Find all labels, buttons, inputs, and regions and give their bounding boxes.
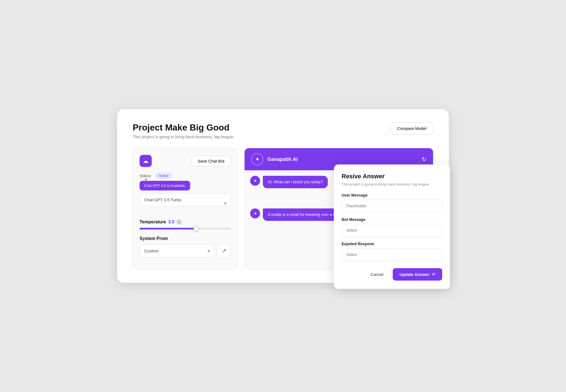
bot-message-input[interactable] bbox=[342, 224, 442, 237]
expected-response-label: Expeted Respone bbox=[342, 242, 442, 246]
right-panel-title: Resive Answer bbox=[342, 173, 442, 180]
left-panel: ☁ Save Chat Bot Status: Active Chat GPT … bbox=[133, 148, 238, 270]
cloud-icon: ☁ bbox=[140, 155, 152, 167]
system-prom-row: Custom ▾ ↗ bbox=[140, 244, 231, 258]
bot-bubble-1: Hi, What can i assist you today? bbox=[263, 176, 328, 188]
save-chatbot-button[interactable]: Save Chat Bot bbox=[191, 156, 231, 166]
link-icon: ↗ bbox=[222, 247, 226, 254]
system-prom-dropdown-wrapper: Custom ▾ bbox=[140, 244, 214, 257]
bot-avatar-icon-2: ✦ bbox=[250, 208, 260, 218]
cursor-icon: ☞ bbox=[432, 272, 436, 277]
model-select[interactable]: Chat GPT 3.5 Turbo bbox=[140, 193, 231, 206]
temperature-info-icon[interactable]: i bbox=[177, 219, 182, 224]
page-subtitle: This project is going to bring back busi… bbox=[133, 134, 235, 139]
tooltip-popup: Chat GPT 4.0 is Available. bbox=[140, 181, 190, 190]
header-text: Project Make Big Good This project is go… bbox=[133, 122, 235, 139]
update-answer-button[interactable]: Update Answer ☞ bbox=[393, 268, 442, 281]
temperature-slider-track[interactable] bbox=[140, 228, 231, 229]
temperature-value: 3.0 bbox=[168, 219, 174, 224]
chat-bot-avatar-icon: ✦ bbox=[251, 153, 263, 165]
system-prom-link-button[interactable]: ↗ bbox=[217, 244, 231, 258]
user-message-input[interactable] bbox=[342, 200, 442, 212]
system-prom-select[interactable]: Custom bbox=[140, 244, 214, 257]
system-prom-label: System Prom bbox=[140, 236, 231, 241]
model-dropdown-wrapper: Chat GPT 3.5 Turbo ▾ bbox=[140, 193, 231, 213]
system-prom-section: System Prom Custom ▾ ↗ bbox=[140, 236, 231, 258]
chat-header-left: ✦ Ganapatih AI bbox=[251, 153, 298, 165]
user-message-label: User Message bbox=[342, 193, 442, 197]
bot-avatar-icon-1: ✦ bbox=[250, 176, 260, 186]
action-row: Cancel Update Answer ☞ bbox=[342, 268, 442, 281]
cancel-button[interactable]: Cancel bbox=[365, 268, 390, 281]
compare-model-button[interactable]: Compare Model bbox=[390, 122, 433, 134]
temperature-slider-fill bbox=[140, 228, 196, 229]
status-label: Status: bbox=[140, 174, 152, 178]
expected-response-input[interactable] bbox=[342, 248, 442, 261]
temperature-slider-thumb[interactable] bbox=[193, 226, 199, 231]
temperature-header: Temperature 3.0 i bbox=[140, 219, 231, 224]
refresh-icon[interactable]: ↻ bbox=[422, 156, 426, 163]
main-card: Project Make Big Good This project is go… bbox=[117, 109, 449, 283]
page-title: Project Make Big Good bbox=[133, 122, 235, 133]
chat-bot-name: Ganapatih AI bbox=[267, 156, 298, 162]
temperature-label: Temperature bbox=[140, 219, 166, 224]
right-panel: Resive Answer This project is going to b… bbox=[334, 164, 450, 289]
right-panel-subtitle: This project is going to bring back busi… bbox=[342, 182, 442, 186]
page-header: Project Make Big Good This project is go… bbox=[133, 122, 433, 139]
status-badge: Active bbox=[155, 173, 172, 179]
status-row: Status: Active Chat GPT 4.0 is Available… bbox=[140, 173, 231, 179]
temperature-section: Temperature 3.0 i bbox=[140, 219, 231, 229]
bot-message-label: Bot Message bbox=[342, 217, 442, 222]
main-content: ☁ Save Chat Bot Status: Active Chat GPT … bbox=[133, 148, 433, 270]
left-panel-header: ☁ Save Chat Bot bbox=[140, 155, 231, 167]
